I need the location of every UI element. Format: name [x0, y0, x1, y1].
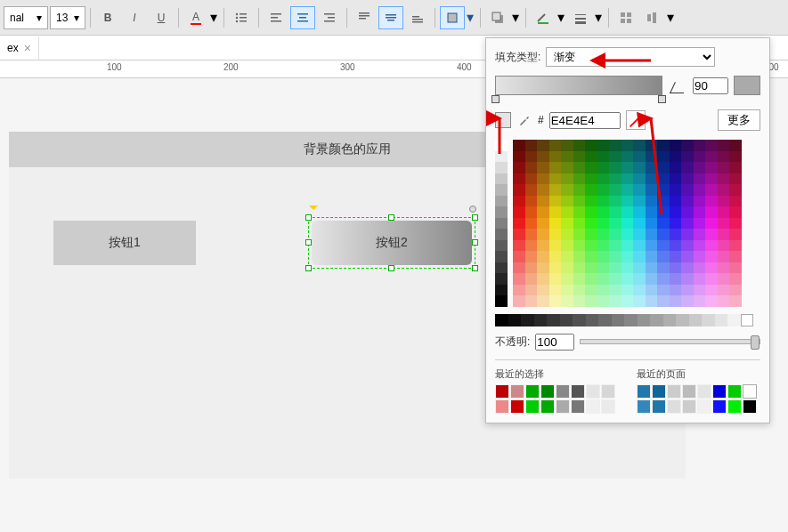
color-swatch[interactable]	[495, 399, 509, 414]
color-swatch[interactable]	[621, 240, 634, 252]
color-swatch[interactable]	[681, 229, 694, 240]
color-swatch[interactable]	[681, 206, 694, 218]
color-swatch[interactable]	[561, 162, 573, 173]
color-swatch[interactable]	[646, 229, 658, 240]
color-swatch[interactable]	[585, 229, 597, 240]
color-swatch[interactable]	[657, 196, 670, 207]
color-swatch[interactable]	[495, 140, 508, 151]
color-swatch[interactable]	[621, 273, 634, 285]
color-swatch[interactable]	[585, 140, 597, 151]
color-swatch[interactable]	[573, 314, 586, 326]
color-swatch[interactable]	[621, 229, 634, 240]
color-swatch[interactable]	[573, 140, 586, 151]
color-swatch[interactable]	[705, 184, 718, 196]
color-swatch[interactable]	[718, 229, 730, 240]
color-swatch[interactable]	[729, 218, 742, 230]
color-swatch[interactable]	[513, 173, 525, 185]
color-swatch[interactable]	[597, 240, 610, 252]
color-swatch[interactable]	[670, 162, 682, 173]
color-swatch[interactable]	[650, 314, 663, 326]
color-swatch[interactable]	[513, 151, 525, 163]
color-swatch[interactable]	[601, 384, 615, 399]
color-swatch[interactable]	[609, 184, 621, 196]
align-objects-button[interactable]	[640, 6, 665, 29]
color-swatch[interactable]	[597, 251, 610, 262]
color-swatch[interactable]	[633, 218, 646, 230]
color-swatch[interactable]	[525, 251, 538, 262]
align-left-button[interactable]	[264, 6, 288, 29]
color-swatch[interactable]	[621, 206, 634, 218]
color-swatch[interactable]	[585, 206, 597, 218]
color-swatch[interactable]	[549, 295, 562, 307]
color-swatch[interactable]	[585, 196, 597, 207]
color-swatch[interactable]	[646, 196, 658, 207]
color-swatch[interactable]	[573, 196, 586, 207]
color-swatch[interactable]	[573, 285, 586, 296]
color-swatch[interactable]	[657, 218, 670, 230]
color-swatch[interactable]	[609, 229, 621, 240]
color-swatch[interactable]	[670, 295, 682, 307]
color-swatch[interactable]	[537, 240, 549, 252]
color-swatch[interactable]	[718, 184, 730, 196]
color-swatch[interactable]	[495, 295, 508, 307]
color-swatch[interactable]	[513, 251, 525, 262]
fontsize-select[interactable]: 13▾	[50, 6, 85, 29]
color-swatch[interactable]	[657, 285, 670, 296]
color-swatch[interactable]	[549, 251, 562, 262]
color-swatch[interactable]	[556, 399, 570, 414]
color-swatch[interactable]	[573, 173, 586, 185]
color-swatch[interactable]	[495, 184, 508, 196]
color-swatch[interactable]	[597, 229, 610, 240]
color-swatch[interactable]	[694, 295, 706, 307]
color-swatch[interactable]	[513, 218, 525, 230]
color-swatch[interactable]	[537, 184, 549, 196]
valign-top-button[interactable]	[352, 6, 377, 29]
color-swatch[interactable]	[681, 162, 694, 173]
color-swatch[interactable]	[510, 384, 524, 399]
color-swatch[interactable]	[585, 285, 597, 296]
color-swatch[interactable]	[633, 273, 646, 285]
color-swatch[interactable]	[495, 162, 508, 173]
color-swatch[interactable]	[638, 314, 651, 326]
color-swatch[interactable]	[697, 399, 711, 414]
color-swatch[interactable]	[495, 151, 508, 163]
color-swatch[interactable]	[540, 384, 555, 399]
color-swatch[interactable]	[646, 173, 658, 185]
color-swatch[interactable]	[561, 262, 573, 274]
color-swatch[interactable]	[657, 229, 670, 240]
color-swatch[interactable]	[561, 251, 573, 262]
more-button[interactable]: 更多	[718, 109, 760, 131]
color-swatch[interactable]	[705, 173, 718, 185]
color-swatch[interactable]	[561, 295, 573, 307]
color-swatch[interactable]	[697, 384, 711, 399]
color-swatch[interactable]	[556, 384, 570, 399]
color-swatch[interactable]	[621, 262, 634, 274]
textcolor-button[interactable]: A	[183, 6, 208, 29]
color-swatch[interactable]	[598, 314, 612, 326]
color-swatch[interactable]	[621, 140, 634, 151]
color-swatch[interactable]	[537, 218, 549, 230]
linecolor-menu[interactable]: ▾	[556, 6, 566, 29]
color-swatch[interactable]	[525, 173, 538, 185]
valign-middle-button[interactable]	[378, 6, 403, 29]
fill-type-select[interactable]: 渐变	[546, 47, 715, 67]
color-swatch[interactable]	[597, 151, 610, 163]
color-swatch[interactable]	[549, 262, 562, 274]
color-swatch[interactable]	[521, 314, 534, 326]
color-swatch[interactable]	[694, 240, 706, 252]
color-swatch[interactable]	[573, 162, 586, 173]
color-swatch[interactable]	[743, 399, 757, 414]
color-swatch[interactable]	[549, 184, 562, 196]
color-swatch[interactable]	[705, 162, 718, 173]
color-swatch[interactable]	[547, 314, 560, 326]
color-swatch[interactable]	[513, 295, 525, 307]
color-swatch[interactable]	[495, 206, 508, 218]
color-swatch[interactable]	[729, 240, 742, 252]
color-swatch[interactable]	[513, 262, 525, 274]
color-swatch[interactable]	[573, 251, 586, 262]
opacity-input[interactable]	[535, 334, 574, 351]
color-swatch[interactable]	[694, 273, 706, 285]
color-swatch[interactable]	[597, 285, 610, 296]
align-objects-menu[interactable]: ▾	[665, 6, 676, 29]
color-swatch[interactable]	[513, 162, 525, 173]
